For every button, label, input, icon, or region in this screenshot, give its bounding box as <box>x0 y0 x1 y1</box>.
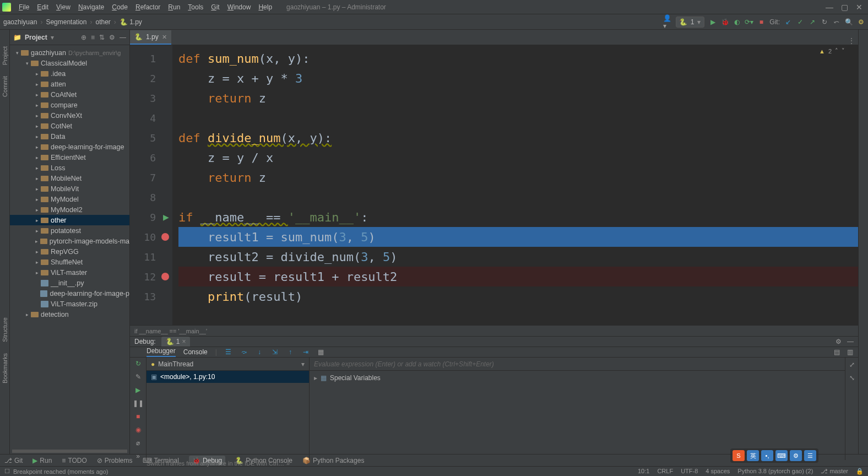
chevron-down-icon[interactable]: ˅ <box>842 47 845 55</box>
tool-git[interactable]: ⎇Git <box>4 457 23 464</box>
ide-settings-icon[interactable]: ⚙ <box>857 18 865 26</box>
code-line[interactable] <box>178 187 858 207</box>
close-tab-icon[interactable]: ✕ <box>162 34 167 41</box>
gear-icon[interactable]: ⚙ <box>836 338 842 345</box>
menu-refactor[interactable]: Refactor <box>132 2 164 12</box>
stop-button[interactable]: ■ <box>757 18 765 26</box>
git-branch[interactable]: ⎇ master <box>821 468 848 475</box>
collapse-icon[interactable]: ⤡ <box>848 374 856 382</box>
search-everywhere-icon[interactable]: 🔍 <box>845 18 853 26</box>
menu-git[interactable]: Git <box>208 2 223 12</box>
layout-icon[interactable]: ▤ <box>833 348 840 356</box>
breadcrumb-item[interactable]: gaozhiyuan <box>3 18 37 26</box>
tree-item[interactable]: deep-learning-for-image-p <box>10 288 129 299</box>
tree-item[interactable]: ▸MyModel <box>10 194 129 204</box>
editor-tab[interactable]: 🐍 1.py ✕ <box>130 30 171 45</box>
breadcrumb-item[interactable]: other <box>95 18 110 26</box>
stack-frame[interactable]: ▣ <module>, 1.py:10 <box>147 371 309 383</box>
mute-breakpoints-icon[interactable]: ⌀ <box>134 439 142 447</box>
tool-problems[interactable]: ⊘Problems <box>97 457 133 464</box>
tree-item[interactable]: ▸potatotest <box>10 225 129 236</box>
tree-item[interactable]: ▸CotNet <box>10 121 129 131</box>
menu-run[interactable]: Run <box>165 2 183 12</box>
code-breadcrumb[interactable]: if __name__ == '__main__' <box>130 325 858 336</box>
tree-item[interactable]: ▸MobileNet <box>10 173 129 183</box>
menu-code[interactable]: Code <box>109 2 131 12</box>
step-out-icon[interactable]: ↑ <box>286 348 294 356</box>
run-gutter-icon[interactable]: ▶ <box>163 213 169 221</box>
git-rollback-icon[interactable]: ⤺ <box>833 18 840 26</box>
bookmarks-stripe-button[interactable]: Bookmarks <box>2 353 8 383</box>
code-line[interactable]: if __name__ == '__main__': <box>178 207 858 227</box>
more-icon[interactable]: » <box>134 452 142 460</box>
tree-item[interactable]: ▸atten <box>10 79 129 89</box>
tree-item[interactable]: ViLT-master.zip <box>10 299 129 309</box>
project-stripe-button[interactable]: Project <box>2 46 8 65</box>
tool-todo[interactable]: ≡TODO <box>62 457 86 464</box>
git-pull-icon[interactable]: ↙ <box>784 18 792 26</box>
tree-item[interactable]: ▸other <box>10 215 129 225</box>
tree-item[interactable]: ▸ViLT-master <box>10 267 129 278</box>
tree-item[interactable]: ▸ShuffleNet <box>10 257 129 267</box>
minimize-panel-icon[interactable]: — <box>120 34 126 41</box>
code-line[interactable]: result1 = sum_num(3, 5) <box>178 227 858 247</box>
user-icon[interactable]: 👤▾ <box>664 18 671 26</box>
breadcrumb-item[interactable]: Segmentation <box>46 18 86 26</box>
indent[interactable]: 4 spaces <box>706 468 730 475</box>
code-area[interactable]: def sum_num(x, y): z = x + y * 3 return … <box>173 45 858 325</box>
debug-button[interactable]: 🐞 <box>721 18 729 26</box>
minimize-button[interactable]: — <box>826 3 833 12</box>
tree-item[interactable]: ▸detection <box>10 309 129 320</box>
tree-item[interactable]: ▸deep-learning-for-image <box>10 142 129 152</box>
code-line[interactable]: def divide_num(x, y): <box>178 128 858 148</box>
step-into-my-code-icon[interactable]: ⇲ <box>271 348 279 356</box>
tree-item[interactable]: ▸RepVGG <box>10 246 129 257</box>
tree-item[interactable]: ▾ClassicalModel <box>10 58 129 68</box>
code-line[interactable] <box>178 108 858 128</box>
ime-logo[interactable]: S <box>733 450 745 461</box>
close-icon[interactable]: × <box>182 338 186 345</box>
code-line[interactable]: result2 = divide_num(3, 5) <box>178 247 858 267</box>
commit-stripe-button[interactable]: Commit <box>2 76 8 97</box>
thread-selector[interactable]: ● MainThread ▾ <box>147 358 309 371</box>
maximize-button[interactable]: ▢ <box>841 3 848 12</box>
run-button[interactable]: ▶ <box>709 18 717 26</box>
tool-run[interactable]: ▶Run <box>32 457 52 464</box>
stop-icon[interactable]: ■ <box>134 413 142 420</box>
tree-item[interactable]: ▸MyModel2 <box>10 204 129 215</box>
code-line[interactable]: print(result) <box>178 286 858 306</box>
breadcrumb-item[interactable]: 🐍 1.py <box>120 18 142 26</box>
chevron-up-icon[interactable]: ˄ <box>835 47 838 55</box>
ime-punct[interactable]: •, <box>761 450 773 461</box>
tab-debugger[interactable]: Debugger <box>147 347 176 357</box>
encoding[interactable]: UTF-8 <box>681 468 698 475</box>
tree-item[interactable]: __init__.py <box>10 278 129 288</box>
tree-item[interactable]: ▸Loss <box>10 163 129 173</box>
debug-session-tab[interactable]: 🐍 1 × <box>161 337 191 347</box>
chevron-down-icon[interactable]: ▾ <box>51 34 54 41</box>
menu-window[interactable]: Window <box>224 2 254 12</box>
tree-scrollbar[interactable] <box>12 450 127 453</box>
code-line[interactable]: z = x + y * 3 <box>178 68 858 88</box>
settings-icon[interactable]: ⚙ <box>109 34 115 41</box>
step-into-icon[interactable]: ↓ <box>256 348 263 356</box>
menu-view[interactable]: View <box>53 2 74 12</box>
tree-item[interactable]: ▸Data <box>10 131 129 142</box>
variables-list[interactable]: ▸ ▦ Special Variables <box>310 371 845 385</box>
modify-run-icon[interactable]: ✎ <box>134 373 142 381</box>
tree-item[interactable]: ▸ConvNeXt <box>10 110 129 121</box>
pause-icon[interactable]: ❚❚ <box>134 399 142 407</box>
menu-tools[interactable]: Tools <box>185 2 207 12</box>
collapse-all-icon[interactable]: ⇅ <box>99 34 105 41</box>
tree-item[interactable]: ▸.idea <box>10 68 129 79</box>
resume-icon[interactable]: ▶ <box>134 386 142 394</box>
menu-file[interactable]: File <box>15 2 32 12</box>
caret-position[interactable]: 10:1 <box>638 468 649 475</box>
git-history-icon[interactable]: ↻ <box>821 18 828 26</box>
line-separator[interactable]: CRLF <box>657 468 673 475</box>
menu-navigate[interactable]: Navigate <box>75 2 107 12</box>
tab-console[interactable]: Console <box>183 348 208 356</box>
status-icon[interactable]: ☐ <box>4 468 10 475</box>
code-line[interactable]: return z <box>178 167 858 187</box>
close-button[interactable]: ✕ <box>856 3 862 12</box>
